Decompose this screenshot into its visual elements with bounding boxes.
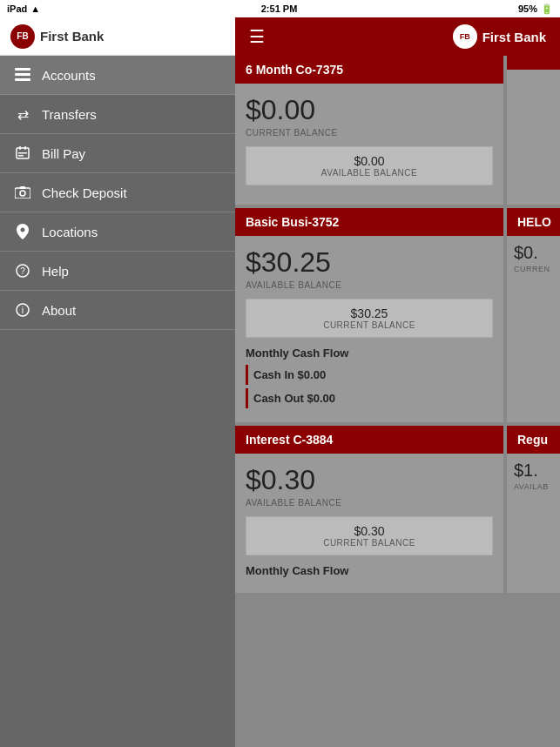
sidebar-item-help[interactable]: ? Help bbox=[0, 252, 235, 291]
svg-text:i: i bbox=[22, 305, 24, 315]
account-2-name: Basic Busi-3752 bbox=[246, 215, 339, 229]
status-bar: iPad ▲ 2:51 PM 95% 🔋 bbox=[0, 0, 560, 17]
account-card-2[interactable]: Basic Busi-3752 $30.25 AVAILABLE BALANCE… bbox=[235, 208, 503, 422]
account-4-name: Interest C-3884 bbox=[246, 433, 333, 447]
cash-out-label-2: Cash Out bbox=[253, 392, 304, 405]
sidebar-header: FB First Bank bbox=[0, 17, 235, 56]
svg-rect-4 bbox=[19, 146, 21, 150]
svg-rect-2 bbox=[15, 78, 30, 81]
svg-rect-5 bbox=[24, 146, 26, 150]
account-helo-body: $0. CURREN bbox=[507, 236, 560, 289]
accounts-area[interactable]: 6 Month Co-7375 $0.00 CURRENT BALANCE $0… bbox=[235, 56, 560, 747]
account-regu-header: Regu bbox=[507, 426, 560, 454]
bill-pay-label: Bill Pay bbox=[42, 146, 85, 161]
sidebar-logo-abbr: FB bbox=[17, 31, 28, 41]
account-2-available-amount: $30.25 bbox=[246, 246, 493, 279]
status-right: 95% 🔋 bbox=[518, 3, 553, 15]
account-2-current-label: CURRENT BALANCE bbox=[253, 320, 485, 330]
account-4-current-label: CURRENT BALANCE bbox=[253, 538, 485, 548]
account-1-current-label: AVAILABLE BALANCE bbox=[253, 168, 485, 178]
bill-pay-icon bbox=[14, 145, 31, 162]
header-logo-abbr: FB bbox=[460, 32, 470, 41]
sidebar-nav: Accounts ⇄ Transfers Bill Pay bbox=[0, 56, 235, 747]
sidebar-item-transfers[interactable]: ⇄ Transfers bbox=[0, 95, 235, 134]
about-label: About bbox=[42, 303, 76, 318]
carrier-label: iPad bbox=[7, 3, 27, 14]
account-1-current-box: $0.00 AVAILABLE BALANCE bbox=[246, 146, 493, 185]
cash-flow-title-2: Monthly Cash Flow bbox=[246, 347, 493, 360]
account-1-current-amount: $0.00 bbox=[253, 154, 485, 168]
svg-rect-10 bbox=[20, 186, 25, 189]
wifi-icon: ▲ bbox=[30, 3, 40, 14]
account-2-current-box: $30.25 CURRENT BALANCE bbox=[246, 299, 493, 338]
account-4-body: $0.30 AVAILABLE BALANCE $0.30 CURRENT BA… bbox=[235, 454, 503, 593]
account-4-current-amount: $0.30 bbox=[253, 524, 485, 538]
account-4-header: Interest C-3884 bbox=[235, 426, 503, 454]
account-1-body: $0.00 CURRENT BALANCE $0.00 AVAILABLE BA… bbox=[235, 84, 503, 205]
check-deposit-label: Check Deposit bbox=[42, 185, 127, 200]
main-header: ☰ FB First Bank bbox=[235, 17, 560, 56]
account-card-1[interactable]: 6 Month Co-7375 $0.00 CURRENT BALANCE $0… bbox=[235, 56, 503, 205]
sidebar-logo-text: First Bank bbox=[40, 29, 104, 44]
accounts-row-1: 6 Month Co-7375 $0.00 CURRENT BALANCE $0… bbox=[235, 56, 560, 205]
account-4-cash-flow: Monthly Cash Flow bbox=[246, 564, 493, 577]
svg-rect-8 bbox=[15, 188, 30, 199]
account-regu-label: AVAILAB bbox=[514, 482, 557, 491]
account-1-available-label: CURRENT BALANCE bbox=[246, 128, 493, 138]
hamburger-icon[interactable]: ☰ bbox=[249, 26, 265, 47]
accounts-label: Accounts bbox=[42, 68, 96, 83]
svg-point-9 bbox=[20, 191, 25, 196]
account-4-current-box: $0.30 CURRENT BALANCE bbox=[246, 516, 493, 555]
header-logo: FB First Bank bbox=[453, 24, 546, 49]
account-2-header: Basic Busi-3752 bbox=[235, 208, 503, 236]
help-icon: ? bbox=[14, 262, 31, 279]
transfers-label: Transfers bbox=[42, 107, 97, 122]
sidebar-item-about[interactable]: i About bbox=[0, 291, 235, 330]
sidebar-item-accounts[interactable]: Accounts bbox=[0, 56, 235, 95]
header-logo-circle: FB bbox=[453, 24, 477, 49]
sidebar-item-bill-pay[interactable]: Bill Pay bbox=[0, 134, 235, 173]
account-card-helo: HELO $0. CURREN bbox=[507, 208, 560, 422]
status-left: iPad ▲ bbox=[7, 3, 40, 14]
account-2-cash-flow: Monthly Cash Flow Cash In $0.00 Cash Out… bbox=[246, 347, 493, 408]
account-2-body: $30.25 AVAILABLE BALANCE $30.25 CURRENT … bbox=[235, 236, 503, 422]
cash-in-label-2: Cash In bbox=[253, 368, 294, 381]
battery-label: 95% bbox=[518, 3, 537, 14]
account-regu-body: $1. AVAILAB bbox=[507, 454, 560, 507]
accounts-row-3: Interest C-3884 $0.30 AVAILABLE BALANCE … bbox=[235, 426, 560, 593]
account-regu-name: Regu bbox=[517, 433, 548, 447]
sidebar-item-check-deposit[interactable]: Check Deposit bbox=[0, 173, 235, 212]
account-partial-1-header bbox=[507, 56, 560, 70]
account-4-available-amount: $0.30 bbox=[246, 464, 493, 496]
about-icon: i bbox=[14, 301, 31, 319]
cash-in-item-2: Cash In $0.00 bbox=[246, 365, 493, 385]
locations-icon bbox=[14, 223, 31, 240]
account-2-current-amount: $30.25 bbox=[253, 306, 485, 320]
sidebar: FB First Bank Accounts ⇄ Transfers bbox=[0, 17, 235, 747]
sidebar-logo: FB First Bank bbox=[10, 24, 104, 49]
battery-icon: 🔋 bbox=[541, 3, 553, 15]
svg-rect-1 bbox=[15, 73, 30, 76]
sidebar-logo-circle: FB bbox=[10, 24, 35, 49]
sidebar-item-locations[interactable]: Locations bbox=[0, 212, 235, 252]
account-4-available-label: AVAILABLE BALANCE bbox=[246, 498, 493, 508]
svg-rect-7 bbox=[18, 155, 24, 157]
cash-out-item-2: Cash Out $0.00 bbox=[246, 388, 493, 408]
account-helo-header: HELO bbox=[507, 208, 560, 236]
account-partial-1-body bbox=[507, 70, 560, 84]
svg-rect-0 bbox=[15, 68, 30, 71]
account-helo-amount: $0. bbox=[514, 243, 557, 263]
transfers-icon: ⇄ bbox=[14, 105, 31, 123]
accounts-icon bbox=[14, 66, 31, 84]
cash-in-value-2: $0.00 bbox=[298, 368, 327, 381]
accounts-row-2: Basic Busi-3752 $30.25 AVAILABLE BALANCE… bbox=[235, 208, 560, 422]
account-helo-label: CURREN bbox=[514, 265, 557, 273]
help-label: Help bbox=[42, 264, 69, 279]
account-card-partial-right-1 bbox=[507, 56, 560, 205]
account-card-regu: Regu $1. AVAILAB bbox=[507, 426, 560, 593]
header-logo-text: First Bank bbox=[482, 30, 546, 44]
account-card-4[interactable]: Interest C-3884 $0.30 AVAILABLE BALANCE … bbox=[235, 426, 503, 593]
svg-text:?: ? bbox=[20, 266, 25, 276]
main-content: ☰ FB First Bank 6 Month Co-7375 $0.00 CU… bbox=[235, 17, 560, 747]
svg-rect-6 bbox=[18, 152, 27, 154]
